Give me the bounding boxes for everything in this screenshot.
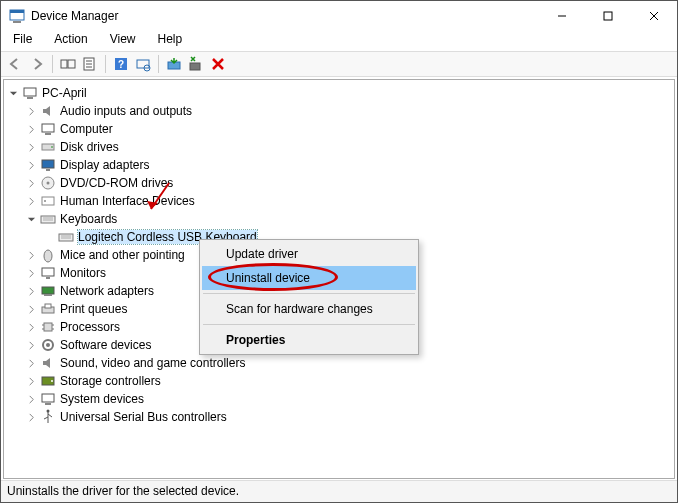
- tree-item-audio[interactable]: Audio inputs and outputs: [6, 102, 672, 120]
- chevron-right-icon[interactable]: [24, 269, 38, 278]
- chevron-right-icon[interactable]: [24, 341, 38, 350]
- svg-rect-15: [137, 60, 149, 68]
- chevron-right-icon[interactable]: [24, 143, 38, 152]
- cpu-icon: [40, 319, 56, 335]
- chevron-right-icon[interactable]: [24, 287, 38, 296]
- context-scan-hardware[interactable]: Scan for hardware changes: [202, 297, 416, 321]
- svg-rect-29: [42, 197, 54, 205]
- menu-separator: [203, 293, 415, 294]
- computer-icon: [40, 121, 56, 137]
- tree-item-system[interactable]: System devices: [6, 390, 672, 408]
- context-menu: Update driver Uninstall device Scan for …: [199, 239, 419, 355]
- speaker-icon: [40, 103, 56, 119]
- update-driver-button[interactable]: [164, 54, 184, 74]
- tree-item-sound[interactable]: Sound, video and game controllers: [6, 354, 672, 372]
- svg-rect-18: [190, 63, 200, 70]
- svg-rect-40: [42, 287, 54, 294]
- svg-point-50: [46, 343, 50, 347]
- close-button[interactable]: [631, 1, 677, 31]
- disc-icon: [40, 175, 56, 191]
- gear-icon: [40, 337, 56, 353]
- hid-icon: [40, 193, 56, 209]
- properties-button[interactable]: [80, 54, 100, 74]
- chevron-right-icon[interactable]: [24, 125, 38, 134]
- context-uninstall-device[interactable]: Uninstall device: [202, 266, 416, 290]
- tree-item-storage[interactable]: Storage controllers: [6, 372, 672, 390]
- tree-item-computer[interactable]: Computer: [6, 120, 672, 138]
- speaker-icon: [40, 355, 56, 371]
- chevron-right-icon[interactable]: [24, 359, 38, 368]
- forward-button[interactable]: [27, 54, 47, 74]
- window-title: Device Manager: [31, 9, 539, 23]
- usb-icon: [40, 409, 56, 425]
- scan-hardware-button[interactable]: [133, 54, 153, 74]
- tree-item-hid[interactable]: Human Interface Devices: [6, 192, 672, 210]
- svg-rect-43: [45, 304, 51, 308]
- svg-point-52: [51, 380, 53, 382]
- status-text: Uninstalls the driver for the selected d…: [7, 484, 239, 498]
- svg-point-30: [44, 200, 46, 202]
- svg-rect-19: [24, 88, 36, 96]
- tree-item-display[interactable]: Display adapters: [6, 156, 672, 174]
- svg-point-24: [51, 146, 53, 148]
- chevron-right-icon[interactable]: [24, 377, 38, 386]
- tree-item-keyboards[interactable]: Keyboards: [6, 210, 672, 228]
- tree-label: PC-April: [42, 86, 87, 100]
- chevron-right-icon[interactable]: [24, 413, 38, 422]
- network-icon: [40, 283, 56, 299]
- keyboard-icon: [40, 211, 56, 227]
- svg-point-55: [47, 410, 50, 413]
- disable-device-button[interactable]: [208, 54, 228, 74]
- minimize-button[interactable]: [539, 1, 585, 31]
- toolbar: ?: [1, 51, 677, 77]
- help-button[interactable]: ?: [111, 54, 131, 74]
- statusbar: Uninstalls the driver for the selected d…: [1, 480, 677, 502]
- back-button[interactable]: [5, 54, 25, 74]
- svg-rect-54: [45, 403, 51, 405]
- chevron-right-icon[interactable]: [24, 161, 38, 170]
- disk-icon: [40, 139, 56, 155]
- display-icon: [40, 157, 56, 173]
- svg-rect-2: [13, 21, 21, 23]
- svg-point-28: [47, 182, 50, 185]
- device-tree-panel: PC-April Audio inputs and outputs Comput…: [3, 79, 675, 479]
- chevron-right-icon[interactable]: [24, 107, 38, 116]
- tree-root[interactable]: PC-April: [6, 84, 672, 102]
- svg-rect-20: [27, 97, 33, 99]
- svg-rect-44: [44, 323, 52, 331]
- monitor-icon: [40, 265, 56, 281]
- svg-rect-8: [68, 60, 75, 68]
- context-update-driver[interactable]: Update driver: [202, 242, 416, 266]
- chevron-right-icon[interactable]: [24, 197, 38, 206]
- svg-rect-38: [42, 268, 54, 276]
- computer-icon: [40, 391, 56, 407]
- svg-rect-21: [42, 124, 54, 132]
- svg-rect-26: [46, 169, 50, 171]
- svg-rect-25: [42, 160, 54, 168]
- menu-action[interactable]: Action: [50, 31, 91, 51]
- tree-item-disk[interactable]: Disk drives: [6, 138, 672, 156]
- chevron-right-icon[interactable]: [24, 179, 38, 188]
- show-hide-tree-button[interactable]: [58, 54, 78, 74]
- svg-rect-39: [46, 277, 50, 279]
- chevron-right-icon[interactable]: [24, 323, 38, 332]
- maximize-button[interactable]: [585, 1, 631, 31]
- chevron-right-icon[interactable]: [24, 395, 38, 404]
- menu-view[interactable]: View: [106, 31, 140, 51]
- chevron-down-icon[interactable]: [6, 89, 20, 98]
- svg-rect-4: [604, 12, 612, 20]
- tree-item-usb[interactable]: Universal Serial Bus controllers: [6, 408, 672, 426]
- chevron-down-icon[interactable]: [24, 215, 38, 224]
- menu-help[interactable]: Help: [154, 31, 187, 51]
- chevron-right-icon[interactable]: [24, 305, 38, 314]
- uninstall-button[interactable]: [186, 54, 206, 74]
- context-properties[interactable]: Properties: [202, 328, 416, 352]
- svg-rect-7: [61, 60, 67, 68]
- svg-rect-22: [45, 133, 51, 135]
- chevron-right-icon[interactable]: [24, 251, 38, 260]
- svg-text:?: ?: [118, 59, 124, 70]
- svg-rect-41: [44, 294, 52, 296]
- menu-file[interactable]: File: [9, 31, 36, 51]
- tree-item-dvd[interactable]: DVD/CD-ROM drives: [6, 174, 672, 192]
- app-icon: [9, 8, 25, 24]
